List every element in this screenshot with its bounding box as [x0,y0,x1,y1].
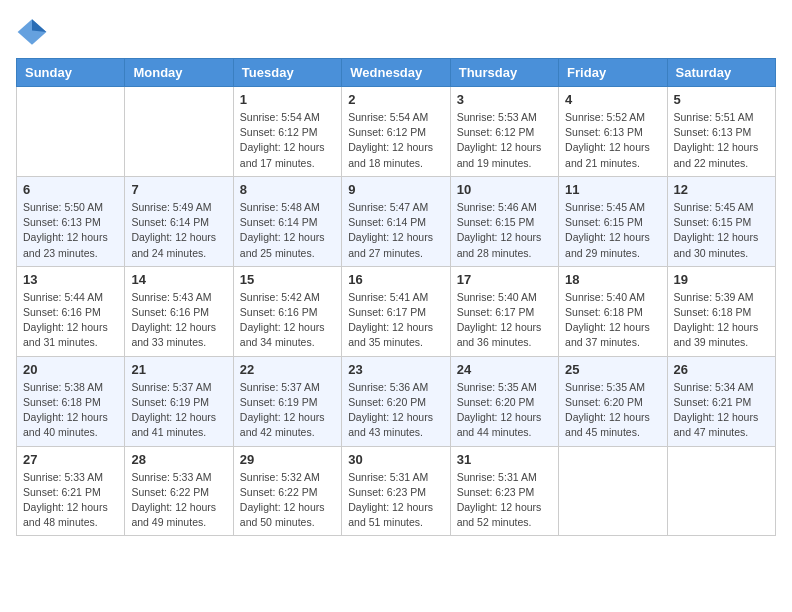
day-info: Sunrise: 5:35 AM Sunset: 6:20 PM Dayligh… [565,380,660,441]
day-number: 8 [240,182,335,197]
day-info: Sunrise: 5:48 AM Sunset: 6:14 PM Dayligh… [240,200,335,261]
day-info: Sunrise: 5:44 AM Sunset: 6:16 PM Dayligh… [23,290,118,351]
day-number: 5 [674,92,769,107]
day-info: Sunrise: 5:33 AM Sunset: 6:22 PM Dayligh… [131,470,226,531]
weekday-header: Thursday [450,59,558,87]
calendar-cell: 29Sunrise: 5:32 AM Sunset: 6:22 PM Dayli… [233,446,341,536]
day-number: 13 [23,272,118,287]
day-number: 3 [457,92,552,107]
day-number: 26 [674,362,769,377]
day-info: Sunrise: 5:54 AM Sunset: 6:12 PM Dayligh… [348,110,443,171]
calendar-week-row: 6Sunrise: 5:50 AM Sunset: 6:13 PM Daylig… [17,176,776,266]
day-number: 17 [457,272,552,287]
calendar-cell: 28Sunrise: 5:33 AM Sunset: 6:22 PM Dayli… [125,446,233,536]
day-info: Sunrise: 5:47 AM Sunset: 6:14 PM Dayligh… [348,200,443,261]
calendar-cell [559,446,667,536]
weekday-row: SundayMondayTuesdayWednesdayThursdayFrid… [17,59,776,87]
calendar-cell: 2Sunrise: 5:54 AM Sunset: 6:12 PM Daylig… [342,87,450,177]
day-info: Sunrise: 5:37 AM Sunset: 6:19 PM Dayligh… [240,380,335,441]
day-number: 11 [565,182,660,197]
weekday-header: Monday [125,59,233,87]
day-number: 24 [457,362,552,377]
calendar-cell: 26Sunrise: 5:34 AM Sunset: 6:21 PM Dayli… [667,356,775,446]
weekday-header: Saturday [667,59,775,87]
day-number: 12 [674,182,769,197]
calendar-cell: 5Sunrise: 5:51 AM Sunset: 6:13 PM Daylig… [667,87,775,177]
calendar-cell: 1Sunrise: 5:54 AM Sunset: 6:12 PM Daylig… [233,87,341,177]
day-info: Sunrise: 5:31 AM Sunset: 6:23 PM Dayligh… [457,470,552,531]
day-info: Sunrise: 5:50 AM Sunset: 6:13 PM Dayligh… [23,200,118,261]
calendar-cell: 15Sunrise: 5:42 AM Sunset: 6:16 PM Dayli… [233,266,341,356]
calendar-cell: 22Sunrise: 5:37 AM Sunset: 6:19 PM Dayli… [233,356,341,446]
calendar-header: SundayMondayTuesdayWednesdayThursdayFrid… [17,59,776,87]
calendar-cell: 10Sunrise: 5:46 AM Sunset: 6:15 PM Dayli… [450,176,558,266]
day-number: 18 [565,272,660,287]
day-number: 7 [131,182,226,197]
day-number: 28 [131,452,226,467]
day-info: Sunrise: 5:40 AM Sunset: 6:17 PM Dayligh… [457,290,552,351]
day-info: Sunrise: 5:49 AM Sunset: 6:14 PM Dayligh… [131,200,226,261]
calendar-cell: 14Sunrise: 5:43 AM Sunset: 6:16 PM Dayli… [125,266,233,356]
calendar-cell: 30Sunrise: 5:31 AM Sunset: 6:23 PM Dayli… [342,446,450,536]
day-info: Sunrise: 5:51 AM Sunset: 6:13 PM Dayligh… [674,110,769,171]
day-info: Sunrise: 5:33 AM Sunset: 6:21 PM Dayligh… [23,470,118,531]
calendar-cell: 3Sunrise: 5:53 AM Sunset: 6:12 PM Daylig… [450,87,558,177]
day-info: Sunrise: 5:36 AM Sunset: 6:20 PM Dayligh… [348,380,443,441]
day-info: Sunrise: 5:45 AM Sunset: 6:15 PM Dayligh… [565,200,660,261]
day-number: 21 [131,362,226,377]
day-number: 27 [23,452,118,467]
day-info: Sunrise: 5:34 AM Sunset: 6:21 PM Dayligh… [674,380,769,441]
calendar-week-row: 13Sunrise: 5:44 AM Sunset: 6:16 PM Dayli… [17,266,776,356]
calendar-cell: 21Sunrise: 5:37 AM Sunset: 6:19 PM Dayli… [125,356,233,446]
calendar-cell: 25Sunrise: 5:35 AM Sunset: 6:20 PM Dayli… [559,356,667,446]
day-info: Sunrise: 5:45 AM Sunset: 6:15 PM Dayligh… [674,200,769,261]
calendar-cell: 12Sunrise: 5:45 AM Sunset: 6:15 PM Dayli… [667,176,775,266]
logo [16,16,52,48]
day-number: 6 [23,182,118,197]
weekday-header: Friday [559,59,667,87]
calendar-cell: 31Sunrise: 5:31 AM Sunset: 6:23 PM Dayli… [450,446,558,536]
day-number: 30 [348,452,443,467]
day-info: Sunrise: 5:37 AM Sunset: 6:19 PM Dayligh… [131,380,226,441]
weekday-header: Tuesday [233,59,341,87]
calendar-cell: 16Sunrise: 5:41 AM Sunset: 6:17 PM Dayli… [342,266,450,356]
day-number: 15 [240,272,335,287]
weekday-header: Sunday [17,59,125,87]
calendar-cell: 27Sunrise: 5:33 AM Sunset: 6:21 PM Dayli… [17,446,125,536]
day-number: 19 [674,272,769,287]
calendar-cell: 17Sunrise: 5:40 AM Sunset: 6:17 PM Dayli… [450,266,558,356]
calendar-cell: 4Sunrise: 5:52 AM Sunset: 6:13 PM Daylig… [559,87,667,177]
day-number: 20 [23,362,118,377]
calendar-cell: 6Sunrise: 5:50 AM Sunset: 6:13 PM Daylig… [17,176,125,266]
day-number: 22 [240,362,335,377]
day-info: Sunrise: 5:52 AM Sunset: 6:13 PM Dayligh… [565,110,660,171]
day-number: 29 [240,452,335,467]
calendar-cell: 13Sunrise: 5:44 AM Sunset: 6:16 PM Dayli… [17,266,125,356]
day-info: Sunrise: 5:53 AM Sunset: 6:12 PM Dayligh… [457,110,552,171]
day-info: Sunrise: 5:31 AM Sunset: 6:23 PM Dayligh… [348,470,443,531]
calendar-cell [17,87,125,177]
day-info: Sunrise: 5:35 AM Sunset: 6:20 PM Dayligh… [457,380,552,441]
calendar-cell: 18Sunrise: 5:40 AM Sunset: 6:18 PM Dayli… [559,266,667,356]
calendar-cell: 9Sunrise: 5:47 AM Sunset: 6:14 PM Daylig… [342,176,450,266]
calendar-cell: 7Sunrise: 5:49 AM Sunset: 6:14 PM Daylig… [125,176,233,266]
day-number: 4 [565,92,660,107]
day-info: Sunrise: 5:43 AM Sunset: 6:16 PM Dayligh… [131,290,226,351]
day-number: 31 [457,452,552,467]
day-info: Sunrise: 5:46 AM Sunset: 6:15 PM Dayligh… [457,200,552,261]
calendar-cell: 19Sunrise: 5:39 AM Sunset: 6:18 PM Dayli… [667,266,775,356]
calendar-week-row: 1Sunrise: 5:54 AM Sunset: 6:12 PM Daylig… [17,87,776,177]
day-info: Sunrise: 5:39 AM Sunset: 6:18 PM Dayligh… [674,290,769,351]
calendar-week-row: 27Sunrise: 5:33 AM Sunset: 6:21 PM Dayli… [17,446,776,536]
calendar-cell [125,87,233,177]
calendar-cell: 24Sunrise: 5:35 AM Sunset: 6:20 PM Dayli… [450,356,558,446]
calendar-cell: 20Sunrise: 5:38 AM Sunset: 6:18 PM Dayli… [17,356,125,446]
calendar-week-row: 20Sunrise: 5:38 AM Sunset: 6:18 PM Dayli… [17,356,776,446]
day-number: 16 [348,272,443,287]
calendar-cell: 11Sunrise: 5:45 AM Sunset: 6:15 PM Dayli… [559,176,667,266]
day-number: 14 [131,272,226,287]
day-number: 25 [565,362,660,377]
day-number: 1 [240,92,335,107]
calendar-cell [667,446,775,536]
page-header [16,16,776,48]
